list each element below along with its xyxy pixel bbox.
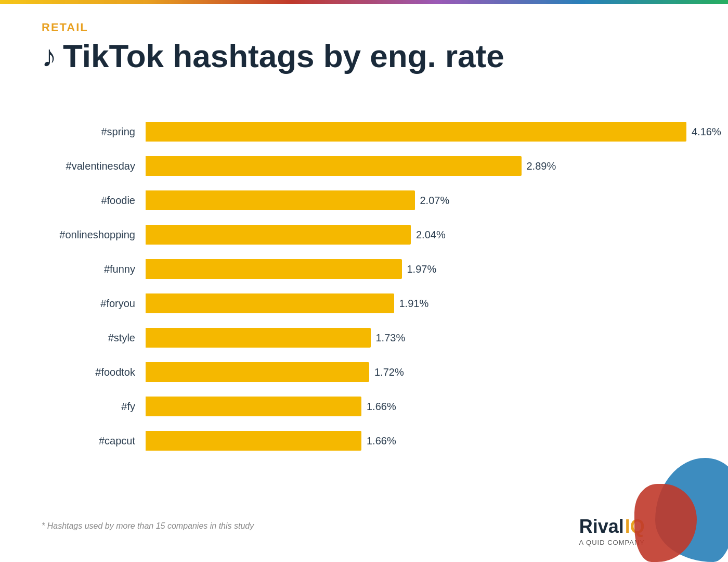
tiktok-icon: ♪: [42, 39, 57, 73]
bar-track: 2.89%: [146, 156, 686, 176]
bar-fill: [146, 293, 394, 313]
bar-fill: [146, 431, 361, 451]
chart-container: #spring4.16%#valentinesday2.89%#foodie2.…: [42, 114, 686, 458]
bar-label: #valentinesday: [42, 160, 146, 172]
bar-track: 1.66%: [146, 431, 686, 451]
bar-value: 2.07%: [420, 195, 450, 207]
bar-fill: [146, 362, 369, 382]
bar-label: #funny: [42, 263, 146, 275]
bar-value: 2.04%: [416, 229, 446, 241]
bar-row: #foryou1.91%: [42, 291, 686, 316]
bar-fill: [146, 156, 522, 176]
bar-fill: [146, 225, 411, 245]
bar-fill: [146, 397, 361, 416]
bar-label: #foryou: [42, 298, 146, 310]
bar-label: #foodtok: [42, 366, 146, 378]
page-title: ♪ TikTok hashtags by eng. rate: [42, 37, 504, 74]
bar-row: #foodtok1.72%: [42, 360, 686, 385]
bar-track: 1.66%: [146, 397, 686, 416]
bar-row: #funny1.97%: [42, 257, 686, 282]
bar-fill: [146, 259, 402, 279]
bar-row: #valentinesday2.89%: [42, 154, 686, 178]
bar-track: 1.91%: [146, 293, 686, 313]
decorative-blobs: [624, 448, 728, 562]
bar-track: 2.04%: [146, 225, 686, 245]
bar-row: #capcut1.66%: [42, 428, 686, 453]
bar-value: 1.97%: [407, 263, 437, 275]
title-text: TikTok hashtags by eng. rate: [63, 37, 504, 74]
bar-row: #spring4.16%: [42, 119, 686, 144]
bar-track: 1.72%: [146, 362, 686, 382]
footnote: * Hashtags used by more than 15 companie…: [42, 521, 254, 531]
bar-fill: [146, 328, 371, 348]
bar-value: 1.72%: [374, 366, 404, 378]
bar-row: #style1.73%: [42, 325, 686, 350]
bar-value: 2.89%: [527, 160, 556, 172]
bar-label: #spring: [42, 126, 146, 138]
bar-track: 1.97%: [146, 259, 686, 279]
bar-row: #onlineshopping2.04%: [42, 222, 686, 247]
bar-fill: [146, 122, 686, 142]
header-section: RETAIL ♪ TikTok hashtags by eng. rate: [42, 21, 504, 74]
bar-label: #foodie: [42, 195, 146, 207]
category-label: RETAIL: [42, 21, 504, 34]
bar-label: #style: [42, 332, 146, 344]
bar-track: 4.16%: [146, 122, 686, 142]
bar-fill: [146, 190, 415, 210]
bar-label: #fy: [42, 401, 146, 413]
bar-row: #foodie2.07%: [42, 188, 686, 213]
bar-value: 1.66%: [367, 435, 396, 447]
bar-value: 4.16%: [692, 126, 721, 138]
bar-track: 2.07%: [146, 190, 686, 210]
bar-label: #onlineshopping: [42, 229, 146, 241]
rival-text: Rival: [579, 516, 624, 538]
bar-label: #capcut: [42, 435, 146, 447]
top-gradient-bar: [0, 0, 728, 4]
bar-chart: #spring4.16%#valentinesday2.89%#foodie2.…: [42, 114, 686, 458]
bar-row: #fy1.66%: [42, 394, 686, 419]
bar-value: 1.91%: [399, 298, 429, 310]
bar-track: 1.73%: [146, 328, 686, 348]
bar-value: 1.73%: [376, 332, 406, 344]
bar-value: 1.66%: [367, 401, 396, 413]
